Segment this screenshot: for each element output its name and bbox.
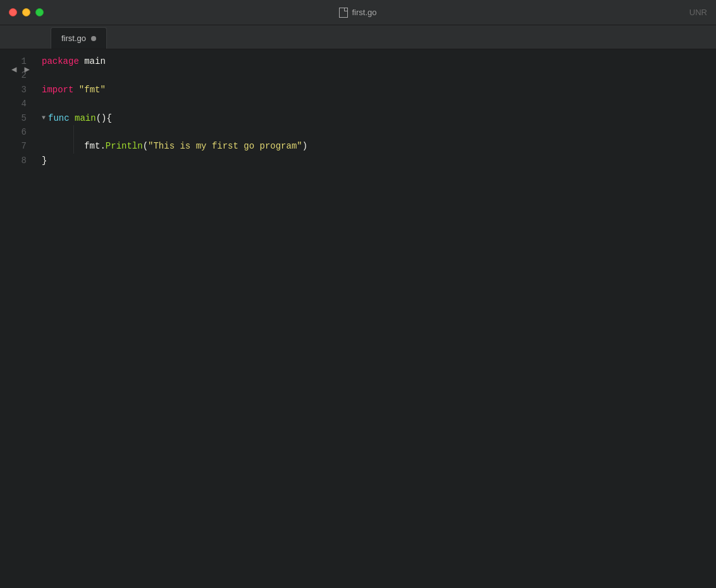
code-line-7: fmt.Println("This is my first go program… [42,139,716,153]
package-name: main [84,54,106,68]
vertical-guide-7 [73,139,74,153]
code-line-1: package main [42,54,716,68]
nav-forward-arrow[interactable]: ▶ [22,63,32,76]
line-num-5: 5 [22,111,27,125]
line-num-8: 8 [22,154,27,168]
line-num-6: 6 [22,125,27,139]
code-line-4 [42,97,716,111]
title-bar: first.go UNR [0,0,716,25]
nav-back-arrow[interactable]: ◀ [9,63,19,76]
code-line-5: ▼ func main(){ [42,111,716,125]
title-filename-label: first.go [352,8,376,17]
close-button[interactable] [9,8,17,16]
file-icon [339,8,348,18]
tab-first-go[interactable]: first.go [51,27,107,49]
keyword-func: func [48,111,70,125]
title-bar-unr-label: UNR [689,8,707,17]
import-string: "fmt" [79,83,106,97]
keyword-package: package [42,54,79,68]
code-line-6 [42,125,716,139]
fmt-identifier: fmt [84,139,100,153]
func-name: main [75,111,96,125]
println-string: "This is my first go program" [148,139,302,153]
minimize-button[interactable] [22,8,30,16]
code-line-2 [42,68,716,82]
line-numbers: 1 2 3 4 5 6 7 8 [0,49,35,588]
title-bar-filename: first.go [339,8,376,18]
keyword-import: import [42,83,73,97]
tab-bar: first.go [0,25,716,49]
tab-label: first.go [61,34,86,43]
editor: 1 2 3 4 5 6 7 8 package main import "fmt… [0,49,716,588]
line-num-3: 3 [22,83,27,97]
tab-unsaved-dot [91,36,96,41]
nav-arrows: ◀ ▶ [9,63,32,76]
line-num-4: 4 [22,97,27,111]
code-line-3: import "fmt" [42,83,716,97]
code-line-8: } [42,154,716,168]
code-area[interactable]: package main import "fmt" ▼ func main(){… [35,49,716,588]
fold-arrow[interactable]: ▼ [42,111,46,125]
vertical-guide-6 [73,125,74,139]
maximize-button[interactable] [35,8,44,16]
println-func: Println [106,139,143,153]
traffic-lights [9,8,44,16]
closing-brace: } [42,154,47,168]
line-num-7: 7 [22,139,27,153]
